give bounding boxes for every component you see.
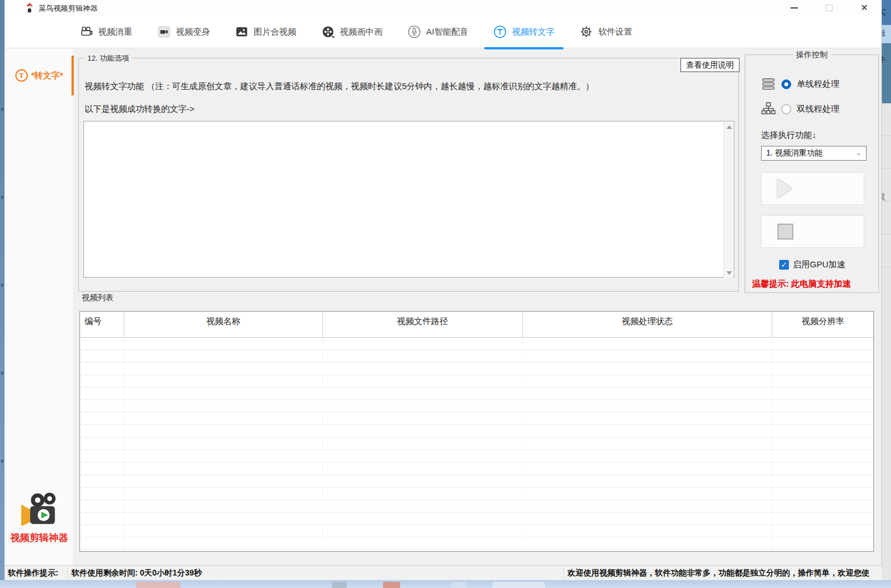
video-list-table[interactable]: 编号 视频名称 视频文件路径 视频处理状态 视频分辨率 — [79, 311, 874, 552]
dual-thread-radio[interactable] — [781, 104, 791, 114]
table-row[interactable] — [80, 400, 873, 413]
maximize-button[interactable] — [817, 0, 842, 16]
table-cell — [323, 438, 523, 450]
gpu-acceleration-option[interactable]: ✓ 启用GPU加速 — [779, 259, 846, 270]
tab-label: 视频变身 — [176, 27, 210, 37]
table-row[interactable] — [80, 525, 873, 537]
video-list-title: 视频列表 — [79, 293, 116, 303]
table-row[interactable] — [80, 475, 873, 488]
dual-thread-option[interactable]: 双线程处理 — [761, 102, 839, 116]
window-title: 菜鸟视频剪辑神器 — [39, 3, 98, 14]
table-row[interactable] — [80, 425, 873, 438]
movie-camera-logo — [21, 493, 57, 526]
title-bar[interactable]: 菜鸟视频剪辑神器 ✕ — [5, 0, 881, 16]
table-cell — [124, 525, 323, 537]
tab-label: 视频消重 — [98, 27, 132, 37]
table-row[interactable] — [80, 388, 873, 400]
table-cell — [80, 425, 124, 437]
welcome-text: 欢迎使用视频剪辑神器，软件功能非常多，功能都是独立分明的，操作简单，欢迎您使 — [568, 568, 882, 578]
column-header-index[interactable]: 编号 — [80, 312, 124, 337]
column-header-path[interactable]: 视频文件路径 — [323, 312, 523, 337]
tab-video-dedup[interactable]: 视频消重 — [67, 16, 145, 48]
tab-settings[interactable]: 软件设置 — [567, 16, 645, 48]
table-row[interactable] — [80, 537, 873, 550]
image-icon — [235, 25, 249, 39]
table-cell — [523, 388, 772, 400]
single-thread-option[interactable]: 单线程处理 — [761, 77, 839, 91]
app-logo: 视频剪辑神器 — [5, 493, 74, 544]
status-hint-label: 软件操作提示: — [8, 568, 58, 578]
table-cell — [80, 338, 124, 350]
gpu-checkbox[interactable]: ✓ — [779, 260, 789, 270]
taskbar-icon — [332, 582, 347, 588]
transcript-scrollbar[interactable] — [724, 122, 733, 278]
table-row[interactable] — [80, 450, 873, 463]
table-cell — [323, 475, 523, 487]
table-cell — [80, 513, 124, 524]
table-header-row: 编号 视频名称 视频文件路径 视频处理状态 视频分辨率 — [80, 312, 873, 338]
table-cell — [523, 475, 772, 487]
taskbar-icon — [493, 582, 545, 588]
group-title: 操作控制 — [793, 50, 831, 60]
minimize-button[interactable] — [781, 0, 806, 16]
table-row[interactable] — [80, 413, 873, 425]
table-cell — [772, 350, 873, 362]
table-cell — [124, 400, 323, 412]
table-cell — [523, 525, 772, 537]
scroll-down-icon[interactable] — [724, 268, 734, 278]
scroll-up-icon[interactable] — [724, 122, 734, 132]
nav-bar: 视频消重 视频变身 图片合视频 — [5, 16, 881, 48]
tab-ai-dubbing[interactable]: AI智能配音 — [395, 16, 481, 48]
table-cell — [772, 513, 873, 524]
tab-video-pip[interactable]: 视频画中画 — [309, 16, 395, 48]
sidebar-item-to-text[interactable]: T *转文字* — [5, 54, 74, 96]
taskbar-icon — [383, 582, 400, 588]
maximize-icon — [826, 5, 833, 11]
table-cell — [523, 375, 772, 387]
start-button[interactable] — [761, 172, 864, 205]
function-select[interactable]: 1. 视频消重功能 ⌄ — [761, 146, 867, 161]
tab-label: 视频画中画 — [340, 27, 383, 37]
view-instructions-button[interactable]: 查看使用说明 — [680, 58, 739, 72]
stop-button[interactable] — [761, 215, 864, 248]
gear-icon — [579, 25, 593, 39]
table-cell — [323, 413, 523, 425]
tab-image-to-video[interactable]: 图片合视频 — [222, 16, 309, 48]
table-row[interactable] — [80, 363, 873, 375]
windows-taskbar[interactable] — [0, 580, 891, 588]
table-cell — [772, 450, 873, 462]
table-row[interactable] — [80, 350, 873, 363]
table-cell — [80, 438, 124, 450]
table-row[interactable] — [80, 438, 873, 450]
table-row[interactable] — [80, 338, 873, 350]
transcript-textarea[interactable] — [83, 121, 734, 278]
table-cell — [772, 375, 873, 387]
table-cell — [772, 475, 873, 487]
camcorder-icon — [157, 25, 171, 39]
table-cell — [323, 450, 523, 462]
clipped-text-fragment: 复 — [882, 192, 891, 201]
mascot-icon — [25, 3, 34, 13]
tab-video-transform[interactable]: 视频变身 — [145, 16, 222, 48]
desktop-icon-fragment — [1, 460, 3, 463]
tab-label: 软件设置 — [598, 27, 632, 37]
table-row[interactable] — [80, 513, 873, 525]
status-bar: 软件操作提示: 软件使用剩余时间: 0天0小时1分39秒 欢迎使用视频剪辑神器，… — [5, 565, 882, 580]
table-row[interactable] — [80, 488, 873, 500]
table-row[interactable] — [80, 375, 873, 388]
table-cell — [323, 488, 523, 499]
table-cell — [772, 525, 873, 537]
tab-video-to-text[interactable]: 视频转文字 — [481, 16, 567, 48]
table-row[interactable] — [80, 500, 873, 513]
table-cell — [523, 350, 772, 362]
close-button[interactable]: ✕ — [852, 0, 877, 16]
column-header-resolution[interactable]: 视频分辨率 — [772, 312, 873, 337]
table-row[interactable] — [80, 463, 873, 475]
desktop-icon-fragment — [1, 372, 3, 375]
desktop-edge-left — [0, 0, 5, 580]
column-header-name[interactable]: 视频名称 — [124, 312, 323, 337]
stop-icon — [777, 224, 793, 240]
column-header-status[interactable]: 视频处理状态 — [523, 312, 772, 337]
single-thread-radio[interactable] — [781, 79, 791, 89]
dual-thread-icon — [761, 102, 776, 116]
